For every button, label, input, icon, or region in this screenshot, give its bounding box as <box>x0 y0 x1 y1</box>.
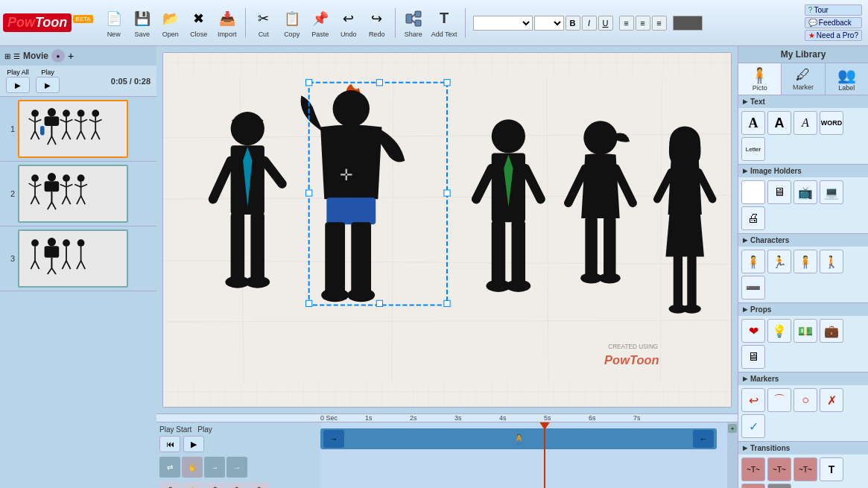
new-button[interactable]: 📄 New <box>101 7 127 39</box>
holder-tv[interactable]: 📺 <box>793 180 817 204</box>
char-item-5[interactable]: ➖ <box>741 276 765 300</box>
copy-button[interactable]: 📋 Copy <box>279 7 305 39</box>
prop-briefcase[interactable]: 💼 <box>820 319 843 343</box>
timeline-tracks[interactable]: → 🧍 ← <box>320 422 727 488</box>
transition-4[interactable]: T <box>820 457 843 481</box>
transition-3[interactable]: ~T~ <box>793 457 817 481</box>
enter-button[interactable]: → <box>204 457 225 478</box>
align-left-button[interactable]: ≡ <box>619 16 634 31</box>
slide-thumbnail[interactable] <box>18 165 128 223</box>
font-family-select[interactable] <box>473 16 533 31</box>
marker-check[interactable]: ✓ <box>741 414 765 438</box>
play-btn-bc[interactable]: ▶ <box>183 436 204 452</box>
share-button[interactable]: Share <box>400 7 427 39</box>
char-item-2[interactable]: 🏃 <box>767 250 791 273</box>
redo-button[interactable]: ↪ Redo <box>364 7 390 39</box>
image-holders-header[interactable]: ▶ Image Holders <box>738 165 868 177</box>
char-item-1[interactable]: 🧍 <box>741 250 765 273</box>
prop-screen[interactable]: 🖥 <box>741 345 765 369</box>
text-item-serif[interactable]: A <box>741 111 765 135</box>
align-right-button[interactable]: ≡ <box>652 16 667 31</box>
slide-item[interactable]: 3 <box>0 226 156 291</box>
sfx-hand-button[interactable]: ✋ <box>182 457 203 478</box>
need-pro-button[interactable]: ★ Need a Pro? <box>805 30 862 41</box>
play-all-button[interactable]: ▶ <box>6 77 30 93</box>
save-button[interactable]: 💾 Save <box>129 7 156 39</box>
transition-2[interactable]: ~T~ <box>767 457 791 481</box>
transition-5[interactable]: ~T~ <box>741 484 765 488</box>
char-icon-2[interactable]: 💪 <box>182 482 203 488</box>
exit-button[interactable]: → <box>226 457 247 478</box>
svg-point-30 <box>92 110 99 117</box>
markers-header[interactable]: ▶ Markers <box>738 373 868 385</box>
text-item-word[interactable]: WORD <box>820 111 843 135</box>
svg-point-18 <box>63 110 70 117</box>
underline-button[interactable]: U <box>598 16 613 31</box>
list-icon[interactable]: ☰ <box>13 52 20 60</box>
flip-button[interactable]: ⇄ <box>159 457 180 478</box>
char-icon-3[interactable]: 🧍 <box>204 482 225 488</box>
slide-item[interactable]: 1 <box>0 97 156 162</box>
marker-arrow[interactable]: ↩ <box>741 388 765 412</box>
prop-money[interactable]: 💵 <box>793 319 817 343</box>
holder-printer[interactable]: 🖨 <box>741 206 765 230</box>
marker-circle[interactable]: ○ <box>793 388 817 412</box>
canvas-wrapper[interactable]: ✛ <box>162 52 732 408</box>
cut-button[interactable]: ✂ Cut <box>250 7 277 39</box>
undo-button[interactable]: ↩ Undo <box>335 7 362 39</box>
slide-item[interactable]: 2 <box>0 162 156 226</box>
play-start-button[interactable]: ⏮ <box>159 436 180 452</box>
feedback-button[interactable]: 💬 Feedback <box>805 17 862 28</box>
text-section-header[interactable]: ▶ Text <box>738 95 868 108</box>
char-item-4[interactable]: 🚶 <box>820 250 843 273</box>
tour-button[interactable]: ? Tour <box>805 4 862 16</box>
timeline-start-arrow[interactable]: → <box>323 430 344 448</box>
scroll-up-button[interactable]: + <box>728 424 737 433</box>
add-text-button[interactable]: T Add Text <box>428 7 460 39</box>
italic-button[interactable]: I <box>582 16 597 31</box>
text-item-sans[interactable]: A <box>767 111 791 135</box>
transition-1[interactable]: ~T~ <box>741 457 765 481</box>
marker-tab-label: Marker <box>793 83 814 91</box>
char-icon-1[interactable]: 🧍 <box>159 482 180 488</box>
svg-text:CREATED USING: CREATED USING <box>608 343 658 350</box>
movie-menu-button[interactable]: ● <box>51 49 65 63</box>
open-button[interactable]: 📂 Open <box>157 7 184 39</box>
import-button[interactable]: 📥 Import <box>214 7 241 39</box>
text-item-letter[interactable]: Letter <box>741 137 765 161</box>
holder-laptop[interactable]: 💻 <box>820 180 843 204</box>
prop-bulb[interactable]: 💡 <box>767 319 791 343</box>
slide-thumbnail[interactable] <box>18 100 128 158</box>
align-center-button[interactable]: ≡ <box>636 16 650 31</box>
marker-cross[interactable]: ✗ <box>820 388 843 412</box>
props-header[interactable]: ▶ Props <box>738 303 868 316</box>
tab-label[interactable]: 👥 Label <box>826 63 868 95</box>
char-icon-5[interactable]: 🚶 <box>249 482 270 488</box>
holder-blank[interactable] <box>741 180 765 204</box>
characters-tri: ▶ <box>743 237 747 244</box>
characters-header[interactable]: ▶ Characters <box>738 234 868 247</box>
timeline-playhead[interactable] <box>544 422 545 488</box>
close-button[interactable]: ✖ Close <box>186 7 212 39</box>
text-item-script[interactable]: A <box>793 111 817 135</box>
transitions-header[interactable]: ▶ Transitions <box>738 442 868 454</box>
slide-thumbnail[interactable] <box>18 229 128 288</box>
font-size-select[interactable] <box>534 16 564 31</box>
play-button[interactable]: ▶ <box>36 77 60 93</box>
svg-point-24 <box>77 110 85 117</box>
transition-6[interactable] <box>767 484 791 488</box>
redo-icon: ↪ <box>367 8 387 29</box>
char-icon-4[interactable]: 🚶 <box>226 482 247 488</box>
marker-curve[interactable]: ⌒ <box>767 388 791 412</box>
tab-marker[interactable]: 🖊 Marker <box>782 63 825 95</box>
holder-monitor[interactable]: 🖥 <box>767 180 791 204</box>
tab-picto[interactable]: 🧍 Picto <box>738 63 782 95</box>
char-item-3[interactable]: 🧍 <box>793 250 817 273</box>
prop-heart[interactable]: ❤ <box>741 319 765 343</box>
timeline-end-arrow[interactable]: ← <box>693 430 714 448</box>
text-color-picker[interactable] <box>673 16 703 31</box>
add-slide-button[interactable]: + <box>68 50 74 62</box>
bold-button[interactable]: B <box>566 16 580 31</box>
paste-button[interactable]: 📌 Paste <box>307 7 334 39</box>
grid-icon[interactable]: ⊞ <box>4 52 10 60</box>
